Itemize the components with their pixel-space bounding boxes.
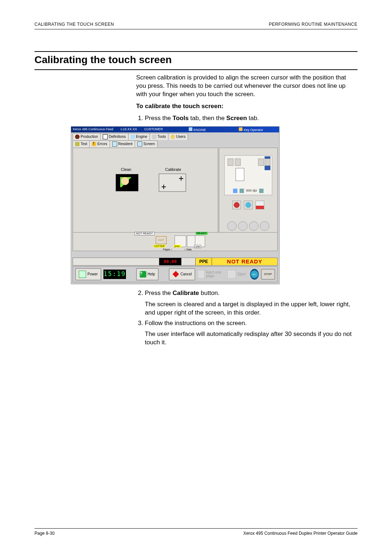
eject-one-page-button[interactable]: Eject one page [197,270,225,279]
power-icon [79,271,86,278]
mimic-diagram: 600 dpi [224,155,272,195]
step-2: Press the Calibrate button. The screen i… [145,289,358,317]
tab-resident[interactable]: Resident [110,140,135,147]
screen-icon [137,141,142,147]
titlebar-customer: CUSTOMER [144,128,163,131]
back-round-button[interactable]: ← [250,269,259,280]
status-icon[interactable] [244,201,253,209]
mimic-chip-icon [265,166,270,170]
print-mode-icon[interactable] [240,189,244,193]
dpi-label: 600 dpi [246,189,257,192]
definitions-icon [103,134,108,139]
help-button[interactable]: ? Help [136,268,159,280]
status-blank [181,258,195,265]
clean-button[interactable] [115,173,139,192]
engine-tab-icon [131,135,135,139]
button-bar: Power 15:19 ? Help Cancel Eject one page… [73,266,278,282]
keyboard-icon [227,270,236,279]
status-ppe: PPE [195,258,212,265]
tab-errors[interactable]: Errors [89,140,110,147]
page-number: Page 8-30 [34,531,54,536]
clean-label: Clean [121,168,131,172]
mimic-slot-icon [236,168,244,181]
procedure-heading: To calibrate the touch screen: [136,102,358,111]
tab-production[interactable]: Production [73,133,101,140]
target-icon [179,176,183,181]
status-icon[interactable] [256,201,264,209]
tab-tools[interactable]: Tools [150,133,168,140]
status-bar: 00:00 PPE NOT READY [73,258,278,266]
calibrate-label: Calibrate [165,168,181,172]
titlebar: Xerox 495 Continuous Feed v.19.XX.XX CUS… [71,127,279,132]
errors-icon [92,142,96,146]
header-rule [34,29,358,29]
cancel-button[interactable]: Cancel [169,268,195,280]
pages-label: Pages ○ [163,248,172,251]
tab-test[interactable]: Test [73,140,90,147]
running-header: CALIBRATING THE TOUCH SCREEN PERFORMING … [34,22,358,29]
users-icon [171,135,175,139]
titlebar-product: Xerox 495 Continuous Feed [73,128,113,131]
tab-engine[interactable]: Engine [128,133,150,140]
clock-display: 15:19 [103,270,126,279]
help-icon: ? [140,271,146,278]
status-not-ready: NOT READY [212,258,277,265]
running-header-right: PERFORMING ROUTINE MAINTENANCE [269,22,358,27]
cancel-icon [172,271,179,278]
power-button[interactable]: Power [75,268,101,280]
nav-first-button[interactable] [227,221,237,231]
production-icon [75,135,79,139]
step-1: Press the Tools tab, then the Screen tab… [145,114,358,123]
nav-prev-button[interactable] [238,221,248,231]
tab-screen[interactable]: Screen [135,140,158,147]
running-footer: Page 8-30 Xerox 495 Continuous Feed Dupl… [34,528,358,536]
step-2-follow: The screen is cleared and a target is di… [145,300,358,317]
target-icon [162,185,166,189]
section-title: Calibrating the touch screen [34,51,358,70]
step-3: Follow the instructions on the screen. T… [145,319,358,347]
sidebar-panel: 600 dpi [219,148,278,233]
status-icon[interactable] [232,201,241,209]
guide-title: Xerox 495 Continuous Feed Duplex Printer… [243,531,358,536]
unw-label: unw [194,245,201,248]
nav-last-button[interactable] [260,221,269,231]
data-label: ○ Data [184,248,192,251]
running-header-left: CALIBRATING THE TOUCH SCREEN [34,22,114,27]
not-ready-chip: NOT READY [135,232,155,235]
embedded-screenshot: Xerox 495 Continuous Feed v.19.XX.XX CUS… [71,126,279,284]
nav-next-button[interactable] [249,221,258,231]
tools-icon [152,135,156,139]
titlebar-version: v.19.XX.XX [121,128,137,131]
tab-definitions[interactable]: Definitions [100,133,128,140]
key-operator-icon [239,127,242,131]
cut-button[interactable]: CUT [156,236,167,244]
stop-button[interactable]: STOP [261,269,275,280]
speaker-icon[interactable] [233,189,237,193]
keyboard-icon [197,270,204,279]
engine-icon [189,127,192,131]
resident-icon [112,141,117,147]
resolution-icon[interactable] [259,189,264,193]
test-icon [75,142,79,146]
screen-panel: Clean Calibrate [73,148,218,233]
paper-path-panel: NOT READY READY CUT CUTTER proc. unw Pag… [73,232,278,251]
intro-paragraph: Screen calibration is provided to align … [136,74,358,99]
titlebar-engine-group: ENGINE [189,127,213,132]
step-3-follow: The user interface will automatically re… [145,330,358,347]
cutter-label: CUTTER [154,245,165,247]
tab-users[interactable]: Users [168,133,188,140]
eject-button[interactable]: Eject [227,270,245,279]
titlebar-keyop-group: Key Operator [239,127,270,132]
main-tabs: Production Definitions Engine Tools User… [73,133,188,140]
proc-label: proc. [174,245,181,247]
calibrate-button[interactable] [159,173,186,192]
ready-chip: READY [196,232,208,235]
status-clock: 00:00 [159,258,181,265]
sub-tabs: Test Errors Resident Screen [73,140,157,147]
